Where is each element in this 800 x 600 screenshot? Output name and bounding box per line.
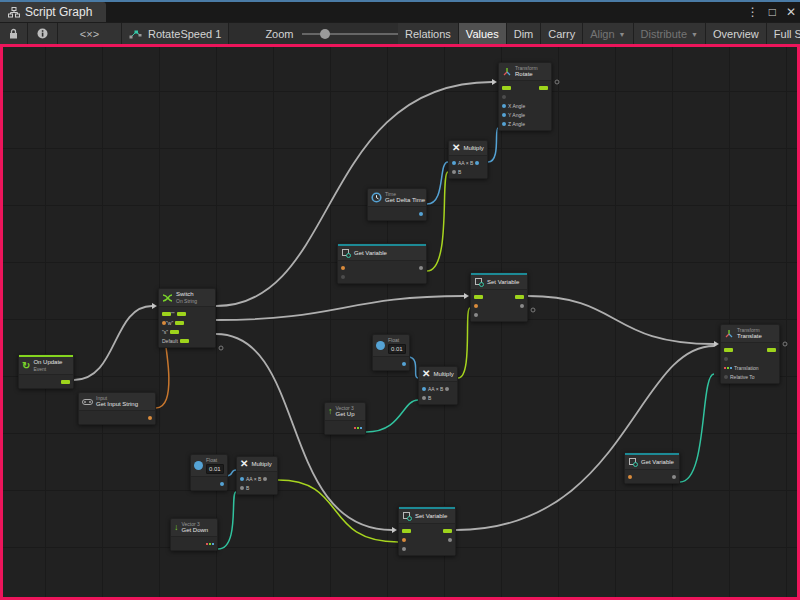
node-multiply-bottom[interactable]: ✕ Multiply A A × B B [236,456,278,495]
zoom-fit-button[interactable]: <×> [58,23,122,44]
case-out-port[interactable] [175,321,184,325]
multiply-icon: ✕ [452,143,460,153]
tab-script-graph[interactable]: Script Graph [0,2,106,22]
node-multiply-top[interactable]: ✕ Multiply A A × B B [448,140,488,179]
node-get-delta-time[interactable]: Time Get Delta Time [367,188,427,221]
product-out-port[interactable] [263,477,267,481]
node-get-variable-right[interactable]: Get Variable [624,452,680,484]
flow-out-port[interactable] [539,86,548,90]
window-menu-icon[interactable]: ⋮ [747,5,759,19]
node-switch[interactable]: Switch On String "" "w" "s" Default [158,288,216,348]
value-out-port[interactable] [402,362,406,366]
b-in-port[interactable] [240,486,244,490]
variable-box-icon [402,511,412,521]
node-set-variable-upper[interactable]: Set Variable [470,272,528,322]
overview-button[interactable]: Overview [706,23,767,45]
node-float-bottom[interactable]: Float 0.01 [190,454,228,491]
float-value-input[interactable]: 0.01 [206,464,224,474]
relative-to-in-port[interactable] [724,375,728,379]
default-out-port[interactable] [180,339,189,343]
value-out-port[interactable] [419,212,423,216]
target-in-port[interactable] [724,357,728,361]
node-float-mid[interactable]: Float 0.01 [372,334,410,371]
node-rotate[interactable]: Transform Rotate X Angle Y Angle Z Angle [498,62,552,131]
name-in-port[interactable] [474,304,478,308]
node-multiply-mid[interactable]: ✕ Multiply A A × B B [418,366,458,405]
flow-in-port[interactable] [724,348,733,352]
relations-button[interactable]: Relations [398,23,459,45]
flow-in-port[interactable] [502,86,511,90]
flow-in-port[interactable] [162,312,171,316]
value-in-port[interactable] [402,547,406,551]
distribute-dropdown[interactable]: Distribute▼ [634,23,706,45]
name-in-port[interactable] [402,538,406,542]
b-in-port[interactable] [452,170,456,174]
close-icon[interactable]: ✕ [786,5,796,19]
wire-getvariable-to-translate [680,374,714,482]
name-in-port[interactable] [628,475,632,479]
translation-in-port[interactable] [724,367,732,369]
value-in-port[interactable] [474,313,478,317]
node-get-up[interactable]: ↑ Vector 3 Get Up [324,402,366,435]
case-out-port[interactable] [177,312,186,316]
flow-out-port[interactable] [515,295,524,299]
variable-box-icon [474,277,484,287]
angle-x-icon: <×> [80,28,99,40]
node-get-variable[interactable]: Get Variable [337,243,427,284]
object-in-port[interactable] [341,275,345,279]
info-icon [37,28,48,39]
zoom-slider[interactable] [302,33,402,35]
vector3-out-port[interactable] [206,543,214,545]
flow-arrow [152,303,157,309]
flow-out-port[interactable] [443,529,452,533]
node-translate[interactable]: Transform Translate Translation Relative… [720,324,780,384]
flow-out-port[interactable] [61,380,70,384]
a-in-port[interactable] [452,161,456,165]
maximize-icon[interactable]: □ [769,5,776,19]
node-get-down[interactable]: ↓ Vector 3 Get Down [170,518,218,551]
node-set-variable-bottom[interactable]: Set Variable [398,506,456,556]
z-angle-in-port[interactable] [502,122,506,126]
product-out-port[interactable] [475,161,479,165]
wire-onupdate-to-switch [74,306,152,380]
a-in-port[interactable] [240,477,244,481]
value-out-port[interactable] [672,475,676,479]
string-out-port[interactable] [148,416,152,420]
info-button[interactable] [28,23,58,44]
vector3-out-port[interactable] [354,427,362,429]
a-in-port[interactable] [422,387,426,391]
graph-canvas[interactable]: ↻ On Update Event Input Get Input String [0,44,800,600]
zoom-slider-handle[interactable] [320,29,330,39]
lock-button[interactable] [0,23,28,44]
node-on-update[interactable]: ↻ On Update Event [18,354,74,389]
wire-getup-to-multiply-b [366,400,418,432]
node-get-input-string[interactable]: Input Get Input String [78,392,156,425]
y-angle-in-port[interactable] [502,113,506,117]
value-out-port[interactable] [419,266,423,270]
fullscreen-button[interactable]: Full Screen [767,23,800,45]
flow-in-port[interactable] [474,295,483,299]
flow-out-port[interactable] [767,348,776,352]
port-stub [219,346,223,350]
target-in-port[interactable] [502,95,506,99]
carry-button[interactable]: Carry [541,23,583,45]
x-angle-in-port[interactable] [502,104,506,108]
dim-button[interactable]: Dim [507,23,542,45]
value-out-port[interactable] [448,538,452,542]
flow-arrow [492,79,497,85]
wire-getvariable-to-multiply-b [427,172,448,271]
product-out-port[interactable] [445,387,449,391]
gamepad-icon [82,398,93,406]
flow-in-port[interactable] [402,529,411,533]
value-out-port[interactable] [520,304,524,308]
name-in-port[interactable] [341,266,345,270]
value-out-port[interactable] [220,482,224,486]
graph-breadcrumb[interactable]: RotateSpeed 1 [122,23,229,44]
float-value-input[interactable]: 0.01 [388,344,406,354]
align-dropdown[interactable]: Align▼ [583,23,633,45]
b-in-port[interactable] [422,396,426,400]
window-controls: ⋮ □ ✕ [747,2,796,22]
transform-icon [502,67,512,77]
case-out-port[interactable] [170,330,179,334]
values-button[interactable]: Values [459,23,507,45]
